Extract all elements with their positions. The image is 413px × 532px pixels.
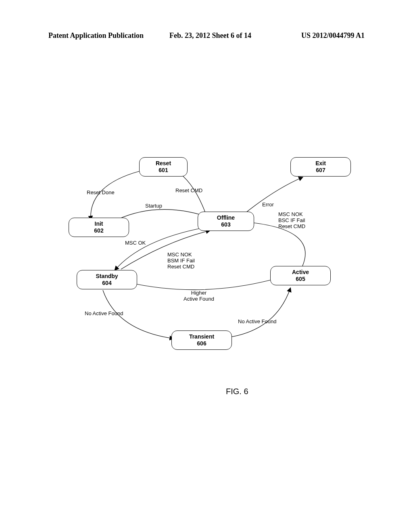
header-right: US 2012/0044799 A1 — [301, 31, 365, 40]
label-startup: Startup — [145, 203, 162, 209]
state-title: Standby — [83, 273, 131, 280]
state-active: Active 605 — [270, 266, 331, 285]
state-title: Init — [75, 220, 123, 227]
state-num: 604 — [83, 280, 131, 287]
label-error: Error — [262, 202, 274, 208]
label-msc-ok: MSC OK — [125, 240, 146, 246]
state-standby: Standby 604 — [77, 270, 137, 289]
state-num: 601 — [145, 167, 181, 174]
header-center: Feb. 23, 2012 Sheet 6 of 14 — [169, 31, 251, 40]
state-num: 605 — [276, 276, 325, 283]
label-active-to-offline: MSC NOKBSC IF FailReset CMD — [278, 212, 305, 230]
label-higher-active: HigherActive Found — [184, 290, 214, 302]
state-title: Offline — [204, 214, 248, 221]
label-no-active-2: No Active Found — [238, 318, 276, 324]
state-exit: Exit 607 — [290, 157, 351, 177]
label-reset-done: Reset Done — [87, 189, 115, 195]
figure-caption: FIG. 6 — [226, 387, 248, 396]
state-offline: Offline 603 — [198, 212, 254, 231]
state-title: Reset — [145, 160, 181, 167]
state-reset: Reset 601 — [139, 157, 188, 177]
state-init: Init 602 — [69, 218, 129, 237]
header-left: Patent Application Publication — [48, 31, 144, 40]
label-no-active-1: No Active Found — [85, 310, 123, 316]
state-title: Transient — [177, 333, 226, 340]
label-standby-to-offline: MSC NOKBSM IF FailReset CMD — [167, 252, 195, 270]
state-transient: Transient 606 — [171, 330, 232, 350]
state-title: Exit — [296, 160, 345, 167]
state-title: Active — [276, 269, 325, 276]
state-num: 606 — [177, 340, 226, 347]
state-num: 607 — [296, 167, 345, 174]
state-num: 603 — [204, 221, 248, 228]
state-diagram: Reset 601 Exit 607 Init 602 Offline 603 … — [60, 149, 351, 375]
label-reset-cmd: Reset CMD — [175, 187, 202, 193]
state-num: 602 — [75, 227, 123, 234]
